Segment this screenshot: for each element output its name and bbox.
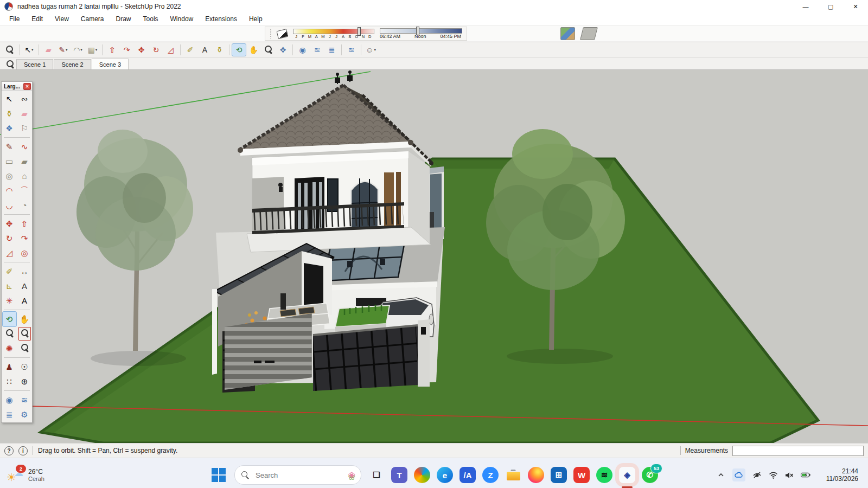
protractor-tool-icon[interactable]: ⊾ <box>3 279 16 293</box>
arc-tool-icon[interactable]: ◠ <box>3 183 16 198</box>
firefox-icon[interactable] <box>528 467 544 483</box>
file-explorer-icon[interactable] <box>505 467 521 483</box>
menu-item-edit[interactable]: Edit <box>25 13 49 25</box>
move-tool-icon[interactable]: ✥ <box>3 216 16 231</box>
palette-header[interactable]: Larg... ✕ <box>2 82 32 91</box>
palette-extension-icon-2[interactable]: ≋ <box>18 393 31 407</box>
three-point-arc-tool-icon[interactable]: ◡ <box>3 198 16 213</box>
date-slider-track[interactable] <box>293 29 374 34</box>
extension-icon-3[interactable]: ≣ <box>325 44 339 56</box>
look-around-icon[interactable]: ☉ <box>18 359 31 374</box>
rotated-rectangle-tool-icon[interactable]: ▰ <box>18 154 31 169</box>
wps-office-icon[interactable]: W <box>573 467 590 483</box>
rotate-tool-icon[interactable]: ↻ <box>149 44 163 56</box>
toolbar-grab-handle[interactable] <box>270 29 272 38</box>
microsoft-store-icon[interactable]: ⊞ <box>551 467 567 483</box>
menu-item-tools[interactable]: Tools <box>137 13 164 25</box>
scene-tab-2[interactable]: Scene 2 <box>54 59 91 69</box>
taskbar-clock[interactable]: 21:44 11/03/2026 <box>817 467 863 483</box>
followme-tool-icon[interactable]: ↷ <box>120 44 133 56</box>
position-camera-icon[interactable]: ♟ <box>3 359 16 374</box>
pan-tool-icon[interactable]: ✋ <box>247 44 260 56</box>
line-tool-icon[interactable]: ✎ <box>3 139 16 154</box>
tape-measure-icon[interactable]: ✐ <box>183 44 197 56</box>
onedrive-icon[interactable] <box>732 468 745 481</box>
rectangle-tool-icon[interactable]: ▭ <box>3 154 16 169</box>
eraser-tool-icon[interactable]: ▰ <box>18 106 31 121</box>
wifi-icon[interactable] <box>768 470 778 480</box>
freehand-tool-icon[interactable]: ∿ <box>18 139 31 154</box>
lasso-tool-icon[interactable]: ∾ <box>18 92 31 106</box>
account-icon[interactable]: ☺▾ <box>364 44 378 56</box>
scale-tool-icon[interactable]: ◿ <box>3 246 16 260</box>
volume-muted-icon[interactable] <box>784 470 794 480</box>
shadow-date-slider[interactable]: JFMAMJJASOND <box>293 29 374 39</box>
text-tool-icon[interactable]: A <box>18 279 31 293</box>
tag-tool-icon[interactable]: ⚐ <box>18 121 31 136</box>
task-view-icon[interactable]: ❏ <box>368 467 385 483</box>
time-slider-track[interactable] <box>380 28 462 34</box>
style-swatch-icon[interactable] <box>580 27 598 40</box>
menu-item-help[interactable]: Help <box>243 13 269 25</box>
dropdown-arrow-icon[interactable]: ▾ <box>31 48 34 52</box>
pie-tool-icon[interactable]: ◔ <box>18 198 31 213</box>
measurements-input[interactable] <box>732 446 864 456</box>
scale-tool-icon[interactable]: ◿ <box>164 44 177 56</box>
dropdown-arrow-icon[interactable]: ▾ <box>80 48 82 52</box>
whatsapp-icon[interactable]: ✆53 <box>642 467 658 483</box>
dropdown-arrow-icon[interactable]: ▾ <box>374 48 376 52</box>
palette-extension-icon-1[interactable]: ◉ <box>3 393 16 407</box>
menu-item-draw[interactable]: Draw <box>110 13 137 25</box>
eraser-tool-icon[interactable]: ▰ <box>42 44 55 56</box>
viewport-canvas[interactable] <box>0 70 868 443</box>
menu-item-view[interactable]: View <box>49 13 75 25</box>
rotate-tool-icon[interactable]: ↻ <box>3 231 16 246</box>
taskbar-search[interactable]: ❀ <box>234 465 361 485</box>
menu-item-camera[interactable]: Camera <box>75 13 110 25</box>
axes-tool-icon[interactable]: ✳ <box>3 293 16 308</box>
zoom-icon[interactable] <box>3 326 16 341</box>
time-slider-thumb[interactable] <box>416 27 419 35</box>
tray-chevron-up-icon[interactable] <box>716 470 726 480</box>
rectangle-tool-icon[interactable]: ▦▾ <box>86 44 99 56</box>
circle-tool-icon[interactable]: ◎ <box>3 169 16 183</box>
orbit-tool-icon[interactable]: ⟲ <box>3 312 16 326</box>
select-tool-icon[interactable]: ↖▾ <box>22 44 36 56</box>
scene-tab-3[interactable]: Scene 3 <box>92 59 129 69</box>
spotify-icon[interactable]: ≋ <box>596 467 612 483</box>
info-icon[interactable]: i <box>18 446 28 455</box>
palette-close-icon[interactable]: ✕ <box>23 83 31 90</box>
move-tool-icon[interactable]: ✥ <box>135 44 148 56</box>
maximize-button[interactable]: ▢ <box>818 0 843 13</box>
line-tool-icon[interactable]: ✎▾ <box>56 44 70 56</box>
zoom-app-icon[interactable]: Z <box>482 467 499 483</box>
copilot-icon[interactable] <box>414 467 430 483</box>
paint-bucket-icon[interactable]: ⚱ <box>3 106 16 121</box>
menu-item-file[interactable]: File <box>3 13 25 25</box>
offset-tool-icon[interactable]: ◎ <box>18 246 31 260</box>
palette-extension-icon-3[interactable]: ≣ <box>3 407 16 422</box>
weather-widget[interactable]: ☀ ☁ 2 26°C Cerah <box>0 466 120 484</box>
select-tool-icon[interactable]: ↖ <box>3 92 16 106</box>
zoom-previous-icon[interactable] <box>18 341 31 356</box>
navigation-tool-icon[interactable]: ⊕ <box>18 374 31 389</box>
zoom-window-icon[interactable] <box>18 326 31 341</box>
pushpull-tool-icon[interactable]: ⇧ <box>18 216 31 231</box>
extension-icon-2[interactable]: ≋ <box>310 44 324 56</box>
menu-item-extensions[interactable]: Extensions <box>199 13 243 25</box>
shadow-time-slider[interactable]: 06:42 AM Noon 04:45 PM <box>380 28 462 39</box>
three-d-text-tool-icon[interactable]: A <box>18 293 31 308</box>
arc-tool-icon[interactable]: ◠▾ <box>71 44 85 56</box>
orbit-tool-icon[interactable]: ⟲ <box>232 44 246 56</box>
teams-icon[interactable]: T <box>391 467 407 483</box>
date-slider-thumb[interactable] <box>358 27 361 36</box>
scene-tab-1[interactable]: Scene 1 <box>16 59 53 69</box>
dropdown-arrow-icon[interactable]: ▾ <box>95 48 98 52</box>
photo-texture-icon[interactable] <box>560 27 575 40</box>
eye-slash-icon[interactable] <box>752 470 762 480</box>
zoom-icon[interactable] <box>261 44 275 56</box>
paint-bucket-icon[interactable]: ⚱ <box>213 44 226 56</box>
edge-icon[interactable]: e <box>437 467 453 483</box>
palette-extension-icon-4[interactable]: ⚙ <box>18 407 31 422</box>
make-component-icon[interactable]: ❖ <box>3 121 16 136</box>
